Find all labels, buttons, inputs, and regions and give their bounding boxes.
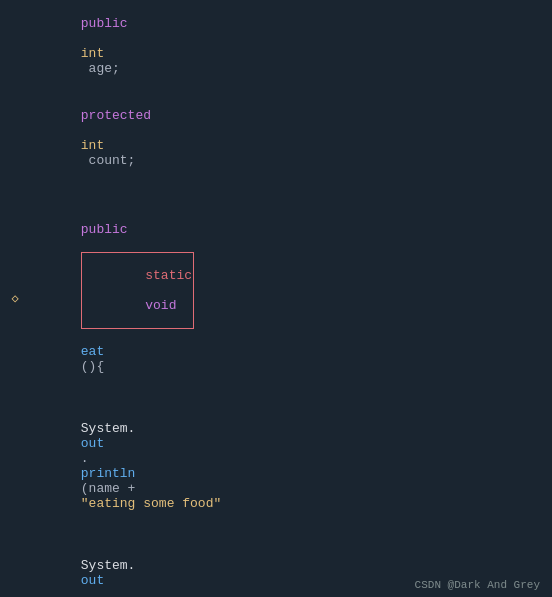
footer-text: CSDN @Dark And Grey [415,579,540,591]
indent-5 [81,406,143,421]
space [81,31,89,46]
blank-1 [30,188,552,203]
space [81,123,89,138]
dot-1: . [81,451,89,466]
type-int2: int [81,138,104,153]
kw-static: static [145,268,192,283]
sp1 [81,237,89,252]
sp3 [81,329,89,344]
code-line-1: public int age; [0,0,552,92]
var-count: count; [81,153,136,168]
keyword-public: public [81,16,128,31]
kw-public-4: public [81,222,128,237]
keyword-protected: protected [81,108,151,123]
code-line-4: ◇ public static void eat (){ [0,206,552,390]
println-1: println [81,466,136,481]
system-1: System. [81,421,136,436]
indent-6 [81,543,143,558]
highlight-static-void: static void [81,252,194,329]
code-content-2: protected int count; [30,93,552,183]
out-2: out [81,573,104,588]
code-content-4: public static void eat (){ [30,207,552,389]
var-age: age; [81,61,120,76]
fn-eat: eat [81,344,104,359]
str-eating: "eating some food" [81,496,221,511]
code-editor: public int age; protected int count; ◇ p… [0,0,552,597]
code-content-5: System. out . println (name + "eating so… [30,391,552,526]
type-int: int [81,46,104,61]
gutter-4: ◇ [0,291,30,306]
out-1: out [81,436,104,451]
code-content-1: public int age; [30,1,552,91]
dot-2: . [81,588,89,597]
code-line-2: protected int count; [0,92,552,184]
arrow-4: ◇ [11,291,18,306]
system-2: System. [81,558,136,573]
paren-1: (name + [81,481,143,496]
blank-line-1 [0,184,552,206]
code-line-5: System. out . println (name + "eating so… [0,390,552,527]
kw-void: void [145,298,176,313]
sp2 [145,283,153,298]
eat-brace: (){ [81,359,104,374]
